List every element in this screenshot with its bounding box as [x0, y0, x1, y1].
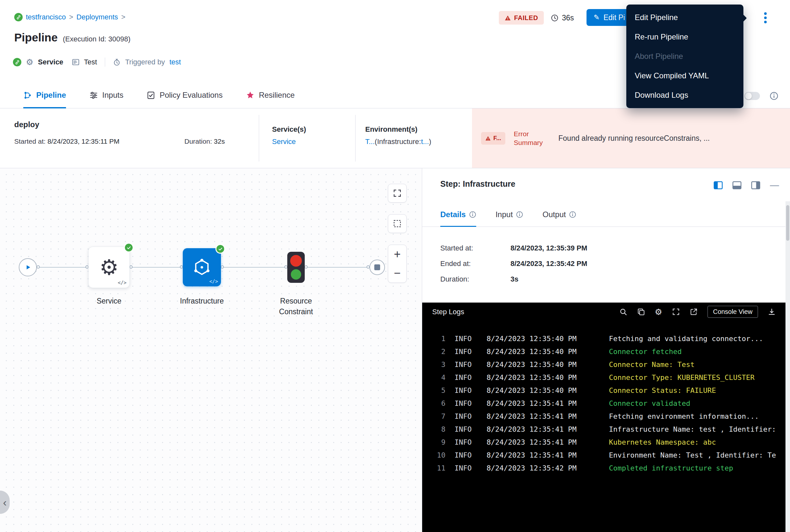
- info-icon[interactable]: [569, 211, 576, 218]
- stop-square-icon: [374, 264, 380, 270]
- tab-resilience[interactable]: Resilience: [246, 83, 295, 109]
- services-column: Service(s) Service: [259, 109, 355, 168]
- edge-dot: [37, 265, 40, 269]
- info-icon[interactable]: [469, 211, 476, 218]
- policy-check-icon: [147, 91, 155, 100]
- breadcrumb-separator: >: [69, 13, 73, 21]
- split-view-icon[interactable]: [714, 181, 723, 189]
- gear-icon: ⚙: [26, 58, 33, 66]
- step-panel: Step: Infrastructure — Details: [422, 168, 790, 532]
- service-label: Service: [38, 58, 63, 66]
- info-icon[interactable]: [516, 211, 523, 218]
- log-line: 5 INFO 8/24/2023 12:35:40 PM Connector S…: [422, 384, 790, 397]
- step-logs-toolbar: ⚙ Console View: [619, 306, 776, 318]
- context-menu: Edit PipelineRe-run PipelineAbort Pipeli…: [626, 4, 744, 108]
- menu-item[interactable]: View Compiled YAML: [626, 66, 744, 86]
- start-node: [19, 258, 37, 277]
- detail-row: Started at: 8/24/2023, 12:35:39 PM: [440, 241, 587, 256]
- warning-icon: [485, 136, 491, 141]
- green-light: [291, 269, 301, 280]
- service-node[interactable]: ⚙ </>: [88, 247, 130, 288]
- code-glyph: </>: [209, 279, 218, 284]
- zoom-out-button[interactable]: −: [388, 264, 406, 283]
- node-label: Infrastructure: [170, 296, 234, 306]
- triggered-by-user-link[interactable]: test: [170, 58, 181, 66]
- tabbar-right-controls: [745, 83, 778, 109]
- info-icon[interactable]: [770, 92, 778, 100]
- log-line: 10 INFO 8/24/2023 12:35:41 PM Environmen…: [422, 449, 790, 461]
- settings-gear-icon[interactable]: ⚙: [655, 308, 662, 316]
- breadcrumb-project-link[interactable]: testfrancisco: [26, 13, 66, 21]
- collapse-panel-icon[interactable]: —: [770, 180, 779, 190]
- tab-inputs[interactable]: Inputs: [89, 83, 123, 109]
- node-label: Resource Constraint: [273, 296, 319, 318]
- dashed-selection-icon: [393, 219, 402, 228]
- canvas-multiselect-button[interactable]: [388, 214, 407, 233]
- warning-icon: [505, 15, 511, 21]
- panel-tab[interactable]: Output: [542, 203, 576, 227]
- pipeline-canvas: ⚙ </> Service </> Infrastructure Resourc…: [0, 168, 422, 532]
- infrastructure-link[interactable]: t...: [421, 137, 429, 146]
- pipeline-icon: [23, 91, 32, 100]
- kebab-menu-button[interactable]: [758, 10, 772, 26]
- gear-icon: ⚙: [99, 256, 118, 278]
- environment-value: T...(Infrastructure:t...): [365, 137, 472, 146]
- edge: [305, 267, 369, 268]
- harness-module-icon: [13, 58, 21, 66]
- search-icon[interactable]: [619, 308, 627, 316]
- pipeline-meta-row: ⚙ Service Test Triggered by test: [13, 56, 181, 69]
- menu-item[interactable]: Abort Pipeline: [626, 46, 744, 66]
- step-details: Started at: 8/24/2023, 12:35:39 PM Ended…: [440, 241, 587, 287]
- log-lines: 1 INFO 8/24/2023 12:35:40 PM Fetching an…: [422, 321, 790, 474]
- tab-pipeline[interactable]: Pipeline: [23, 83, 66, 109]
- environments-label: Environment(s): [365, 125, 472, 134]
- bottom-view-icon[interactable]: [732, 181, 741, 189]
- step-logs-panel: Step Logs ⚙: [422, 303, 790, 532]
- scrollbar-thumb[interactable]: [786, 205, 789, 241]
- fullscreen-icon[interactable]: [672, 308, 680, 316]
- service-link[interactable]: Service: [272, 137, 296, 146]
- pipeline-name: Test: [84, 58, 97, 66]
- code-glyph: </>: [118, 280, 127, 286]
- console-view-button[interactable]: Console View: [708, 306, 758, 318]
- environment-link[interactable]: T...: [365, 137, 374, 146]
- zoom-controls: + −: [388, 245, 407, 283]
- infrastructure-node[interactable]: </>: [183, 248, 221, 286]
- view-toggle[interactable]: [745, 92, 760, 100]
- canvas-fullscreen-button[interactable]: [388, 184, 407, 203]
- title-row: Pipeline (Execution Id: 30098): [14, 31, 130, 44]
- scrollbar[interactable]: [786, 201, 790, 532]
- edge: [221, 267, 287, 268]
- environments-column: Environment(s) T...(Infrastructure:t...): [355, 109, 472, 168]
- edge: [37, 267, 88, 268]
- detail-row: Ended at: 8/24/2023, 12:35:42 PM: [440, 256, 587, 271]
- stage-started: Started at: 8/24/2023, 12:35:11 PM: [14, 137, 119, 145]
- breadcrumb-deployments-link[interactable]: Deployments: [76, 13, 118, 21]
- execution-id: (Execution Id: 30098): [63, 35, 130, 43]
- tab-policy-evaluations[interactable]: Policy Evaluations: [147, 83, 223, 109]
- edge-dot: [220, 265, 224, 269]
- services-label: Service(s): [272, 125, 355, 134]
- menu-item[interactable]: Download Logs: [626, 86, 744, 105]
- download-icon[interactable]: [768, 308, 776, 316]
- app-root: testfrancisco > Deployments > Pipeline (…: [0, 0, 790, 532]
- log-line: 7 INFO 8/24/2023 12:35:41 PM Fetching en…: [422, 410, 790, 423]
- log-line: 9 INFO 8/24/2023 12:35:41 PM Kubernetes …: [422, 436, 790, 449]
- edge: [130, 267, 183, 268]
- menu-item[interactable]: Edit Pipeline: [626, 8, 744, 27]
- menu-item[interactable]: Re-run Pipeline: [626, 27, 744, 46]
- stopwatch-icon: [113, 58, 121, 66]
- step-panel-title: Step: Infrastructure: [440, 179, 515, 189]
- panel-tab[interactable]: Input: [496, 203, 523, 227]
- right-view-icon[interactable]: [751, 181, 760, 189]
- edge-dot: [129, 265, 133, 269]
- panel-layout-controls: —: [714, 180, 779, 190]
- log-line: 1 INFO 8/24/2023 12:35:40 PM Fetching an…: [422, 332, 790, 345]
- resource-constraint-node[interactable]: [287, 252, 305, 283]
- panel-tab[interactable]: Details: [440, 203, 476, 227]
- external-link-icon[interactable]: [690, 308, 698, 316]
- copy-icon[interactable]: [637, 308, 645, 316]
- resilience-icon: [246, 91, 255, 100]
- zoom-in-button[interactable]: +: [388, 245, 406, 264]
- play-icon: [24, 263, 32, 271]
